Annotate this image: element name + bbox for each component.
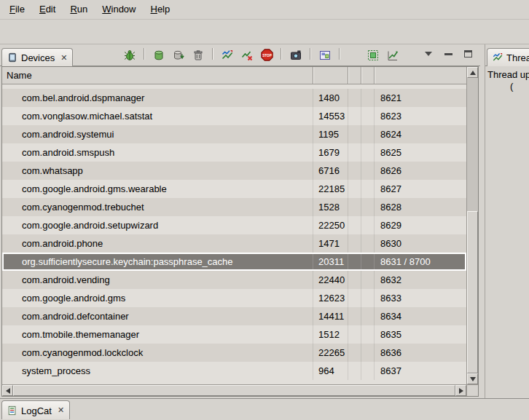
process-threads-cell: [361, 89, 375, 107]
update-threads-icon[interactable]: [221, 49, 234, 62]
process-heap-cell: [348, 216, 361, 234]
toolbar-separator: [281, 48, 282, 60]
device-row[interactable]: com.cyanogenmod.trebuchet 1528 8628: [2, 198, 466, 216]
process-port: 8635: [375, 325, 466, 344]
process-heap-cell: [348, 253, 361, 271]
process-pid: 1512: [313, 325, 348, 344]
process-pid: 12623: [313, 289, 348, 307]
process-threads-cell: [361, 307, 375, 325]
vertical-scroll-track[interactable]: [467, 78, 478, 373]
process-heap-cell: [348, 89, 361, 107]
tab-logcat[interactable]: LogCat ✕: [1, 400, 70, 419]
vertical-scroll-thumb[interactable]: [467, 211, 478, 373]
maximize-icon[interactable]: [461, 47, 474, 60]
device-row[interactable]: com.tmobile.thememanager 1512 8635: [2, 325, 466, 344]
process-threads-cell: [361, 125, 375, 143]
tracer-grid-icon[interactable]: [367, 49, 380, 62]
tab-devices[interactable]: Devices ✕: [1, 48, 73, 66]
column-header-port[interactable]: [375, 67, 466, 84]
device-row[interactable]: com.google.android.gms.wearable 22185 86…: [2, 180, 466, 198]
horizontal-scroll-track[interactable]: [13, 385, 455, 396]
process-threads-cell: [361, 143, 375, 162]
horizontal-scrollbar[interactable]: [2, 384, 466, 396]
device-row[interactable]: com.android.phone 1471 8630: [2, 234, 466, 253]
device-row[interactable]: org.sufficientlysecure.keychain:passphra…: [2, 253, 466, 271]
process-pid: 20311: [313, 253, 348, 271]
process-port: 8621: [375, 89, 466, 107]
menu-run[interactable]: Run: [63, 0, 95, 19]
device-row[interactable]: com.vonglasow.michael.satstat 14553 8623: [2, 107, 466, 125]
scroll-down-button[interactable]: [467, 373, 478, 384]
column-header-name[interactable]: Name: [2, 67, 313, 84]
process-threads-cell: [361, 271, 375, 289]
process-pid: 22185: [313, 180, 348, 198]
device-row[interactable]: com.android.defcontainer 14411 8634: [2, 307, 466, 325]
scroll-up-button[interactable]: [467, 67, 478, 78]
process-heap-cell: [348, 162, 361, 180]
process-heap-cell: [348, 271, 361, 289]
process-threads-cell: [361, 362, 375, 380]
menu-window[interactable]: Window: [95, 0, 143, 19]
device-row[interactable]: com.google.android.setupwizard 22250 862…: [2, 216, 466, 234]
process-pid: 14553: [313, 107, 348, 125]
cause-gc-icon[interactable]: [192, 49, 205, 62]
column-header-threads[interactable]: [361, 67, 375, 84]
capture-view-icon[interactable]: [318, 49, 332, 62]
process-name: com.android.phone: [2, 234, 313, 253]
process-threads-cell: [361, 253, 375, 271]
opengl-trace-icon[interactable]: [386, 49, 399, 62]
view-menu-icon[interactable]: [422, 47, 435, 60]
close-icon[interactable]: ✕: [60, 54, 67, 62]
menu-help[interactable]: Help: [143, 0, 177, 19]
process-threads-cell: [361, 198, 375, 216]
vertical-scrollbar[interactable]: [466, 67, 478, 384]
logcat-tab-icon: [7, 405, 17, 416]
device-row[interactable]: com.android.smspush 1679 8625: [2, 143, 466, 162]
dump-hprof-icon[interactable]: [172, 49, 185, 62]
device-row[interactable]: com.android.systemui 1195 8624: [2, 125, 466, 143]
column-header-pid[interactable]: [313, 67, 348, 84]
toolbar-separator: [212, 48, 213, 60]
close-icon[interactable]: ✕: [58, 406, 64, 414]
view-window-buttons: [422, 47, 474, 63]
column-header-heap[interactable]: [348, 67, 361, 84]
process-pid: 1679: [313, 143, 348, 162]
device-row[interactable]: system_process 964 8637: [2, 362, 466, 380]
menu-bar: File Edit Run Window Help: [0, 0, 529, 19]
threads-view: Threads ✕ Thread up (: [485, 44, 529, 398]
process-pid: 1471: [313, 234, 348, 253]
process-port: 8624: [375, 125, 466, 143]
device-row[interactable]: com.bel.android.dspmanager 1480 8621: [2, 89, 466, 107]
device-row[interactable]: com.whatsapp 6716 8626: [2, 162, 466, 180]
process-pid: 1528: [313, 198, 348, 216]
scroll-right-button[interactable]: [455, 385, 466, 396]
scroll-left-button[interactable]: [2, 385, 13, 396]
horizontal-scroll-thumb[interactable]: [13, 385, 455, 396]
process-pid: 6716: [313, 162, 348, 180]
screen-capture-icon[interactable]: [289, 49, 302, 62]
menu-file[interactable]: File: [2, 0, 32, 19]
process-heap-cell: [348, 143, 361, 162]
method-profiling-icon[interactable]: [240, 49, 254, 62]
process-name: com.google.android.gms: [2, 289, 313, 307]
table-header: Name: [2, 67, 466, 84]
devices-view: Devices ✕: [0, 44, 480, 398]
menu-edit[interactable]: Edit: [32, 0, 63, 19]
stop-process-icon[interactable]: STOP: [260, 49, 273, 62]
process-pid: 22265: [313, 344, 348, 362]
process-name: com.android.vending: [2, 271, 313, 289]
minimize-icon[interactable]: [442, 47, 455, 60]
device-row[interactable]: com.google.android.gms 12623 8633: [2, 289, 466, 307]
main-split: Devices ✕: [0, 44, 529, 398]
update-heap-icon[interactable]: [152, 49, 165, 62]
process-name: com.bel.android.dspmanager: [2, 89, 313, 107]
device-row[interactable]: com.cyanogenmod.lockclock 22265 8636: [2, 344, 466, 362]
process-port: 8633: [375, 289, 466, 307]
process-heap-cell: [348, 289, 361, 307]
debug-icon[interactable]: [123, 49, 136, 62]
tab-threads[interactable]: Threads ✕: [487, 48, 529, 66]
threads-tab-label: Threads: [506, 52, 529, 63]
device-row[interactable]: com.android.vending 22440 8632: [2, 271, 466, 289]
devices-tabbar: Devices ✕: [0, 44, 480, 66]
process-port: 8629: [375, 216, 466, 234]
